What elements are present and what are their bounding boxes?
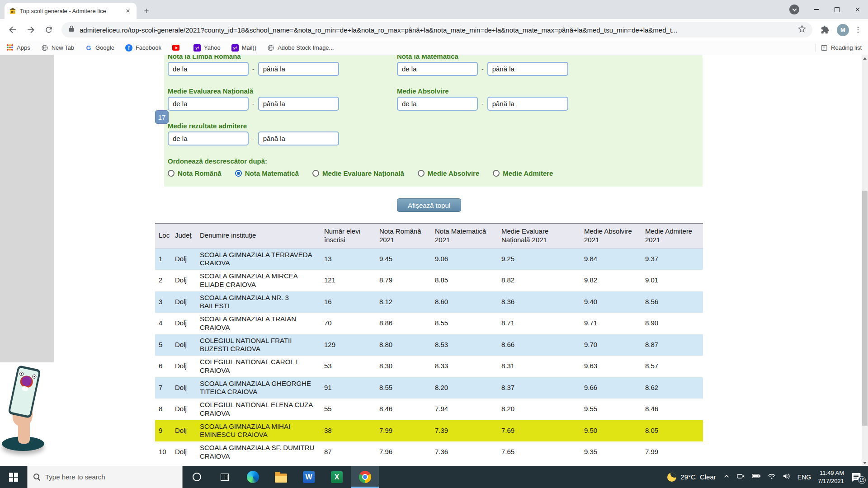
forward-icon[interactable] (22, 21, 40, 39)
edge-icon (247, 471, 259, 483)
col-denumire: Denumire instituție (196, 223, 321, 248)
back-icon[interactable] (4, 21, 22, 39)
medie-admitere-max-input[interactable] (258, 131, 339, 145)
excel-button[interactable]: X (323, 466, 351, 488)
taskbar-search[interactable]: Type here to search (27, 466, 183, 488)
medie-evaluare-max-input[interactable] (258, 97, 339, 111)
tab-search-icon[interactable] (789, 5, 799, 14)
word-icon: W (303, 471, 315, 483)
nota-romana-max-input[interactable] (258, 62, 339, 76)
wifi-icon[interactable] (768, 472, 776, 482)
file-explorer-button[interactable] (267, 466, 295, 488)
medie-absolvire-max-input[interactable] (487, 97, 568, 111)
sort-option-nota-romana[interactable]: Nota Română (168, 169, 222, 177)
profile-avatar[interactable]: M (837, 24, 849, 36)
tab-title: Top scoli generale - Admitere lice (20, 8, 120, 14)
filter-label-medie-admitere: Medie rezultate admitere (168, 122, 397, 130)
bookmark-facebook[interactable]: f Facebook (125, 44, 161, 52)
col-medie-evaluare: Medie Evaluare Națională 2021 (498, 223, 580, 248)
clock-time: 11:49 AM (818, 469, 844, 477)
nota-matematica-max-input[interactable] (487, 62, 568, 76)
chrome-button[interactable] (351, 466, 379, 488)
address-bar[interactable]: admitereliceu.ro/top-scoli-generale/2021… (61, 22, 812, 38)
meet-now-icon[interactable] (737, 472, 745, 482)
col-judet: Județ (171, 223, 196, 248)
weather-widget[interactable]: 29°C Clear (667, 473, 716, 482)
windows-logo-icon (9, 473, 18, 482)
filter-row-nota: Nota la Limba Română - Nota la Matematic… (168, 55, 699, 76)
col-nota-romana: Nota Română 2021 (376, 223, 431, 248)
filter-label-medie-absolvire: Medie Absolvire (397, 87, 626, 95)
tab-bar: Top scoli generale - Admitere lice (0, 0, 868, 19)
yahoo-icon: y! (193, 44, 201, 52)
page-scrollbar[interactable] (862, 55, 868, 466)
volume-icon[interactable] (783, 472, 791, 482)
extensions-puzzle-icon[interactable] (816, 21, 834, 39)
yahoo-mail-icon: y! (231, 44, 239, 52)
scroll-up-icon[interactable] (862, 55, 868, 61)
medie-admitere-min-input[interactable] (168, 131, 249, 145)
taskbar-clock[interactable]: 11:49 AM 7/17/2021 (818, 469, 844, 485)
word-button[interactable]: W (295, 466, 323, 488)
maximize-button[interactable] (826, 0, 847, 19)
table-row: 2DoljSCOALA GIMNAZIALA MIRCEA ELIADE CRA… (155, 270, 703, 291)
globe-icon (41, 44, 48, 52)
language-indicator[interactable]: ENG (797, 474, 811, 481)
bookmark-star-icon[interactable] (798, 25, 806, 35)
col-medie-admitere: Medie Admitere 2021 (642, 223, 703, 248)
scroll-down-icon[interactable] (862, 460, 868, 466)
cortana-button[interactable] (183, 466, 211, 488)
schools-table: Loc Județ Denumire instituție Număr elev… (155, 223, 703, 463)
moon-icon (667, 473, 676, 482)
col-loc: Loc (155, 223, 171, 248)
bookmark-new-tab[interactable]: New Tab (41, 44, 74, 52)
radio-icon (168, 170, 175, 177)
close-button[interactable] (847, 0, 868, 19)
medie-evaluare-min-input[interactable] (168, 97, 249, 111)
weather-temp: 29°C (680, 473, 696, 481)
task-view-icon (221, 474, 229, 481)
medie-absolvire-min-input[interactable] (397, 97, 478, 111)
nota-matematica-min-input[interactable] (397, 62, 478, 76)
reading-list-button[interactable]: Reading list (821, 44, 862, 52)
col-nota-matematica: Nota Matematică 2021 (431, 223, 498, 248)
bookmark-apps[interactable]: Apps (6, 44, 30, 52)
assistant-widget[interactable] (2, 366, 45, 456)
col-medie-absolvire: Medie Absolvire 2021 (580, 223, 642, 248)
bookmark-youtube[interactable] (172, 44, 183, 52)
file-explorer-icon (275, 474, 287, 483)
table-row: 3DoljSCOALA GIMNAZIALA NR. 3 BAILESTI168… (155, 291, 703, 313)
page-17-button[interactable]: 17 (155, 110, 169, 124)
start-button[interactable] (0, 466, 27, 488)
browser-tab[interactable]: Top scoli generale - Admitere lice (5, 3, 137, 19)
menu-kebab-icon[interactable] (852, 21, 864, 39)
bookmark-yahoo[interactable]: y! Yahoo (193, 44, 221, 52)
filter-panel: Nota la Limba Română - Nota la Matematic… (164, 55, 703, 187)
sort-option-medie-absolvire[interactable]: Medie Absolvire (418, 169, 479, 177)
show-top-button[interactable]: Afișează topul (397, 198, 461, 212)
task-view-button[interactable] (211, 466, 239, 488)
lock-icon[interactable] (68, 25, 75, 34)
taskbar: Type here to search W X 29°C Clear (0, 466, 868, 488)
edge-button[interactable] (239, 466, 267, 488)
table-row: 7DoljSCOALA GIMNAZIALA GHEORGHE TITEICA … (155, 377, 703, 399)
nota-romana-min-input[interactable] (168, 62, 249, 76)
notification-center-button[interactable]: 19 (851, 472, 863, 482)
battery-icon[interactable] (752, 472, 761, 483)
sort-option-nota-matematica[interactable]: Nota Matematică (235, 169, 299, 177)
google-icon: G (85, 44, 92, 52)
sort-option-medie-evaluare[interactable]: Medie Evaluare Națională (312, 169, 404, 177)
scrollbar-thumb[interactable] (862, 191, 868, 426)
new-tab-button[interactable] (140, 5, 153, 17)
search-placeholder: Type here to search (45, 473, 105, 481)
minimize-button[interactable] (806, 0, 826, 19)
bookmark-adobe-stock[interactable]: Adobe Stock Image... (267, 44, 334, 52)
tray-expand-icon[interactable] (723, 473, 730, 482)
bookmark-google[interactable]: G Google (85, 44, 114, 52)
reload-icon[interactable] (40, 21, 58, 39)
sort-option-medie-admitere[interactable]: Medie Admitere (493, 169, 553, 177)
table-row: 6DoljCOLEGIUL NATIONAL CAROL I CRAIOVA53… (155, 356, 703, 377)
bookmark-mail[interactable]: y! Mail() (231, 44, 257, 52)
facebook-icon: f (125, 44, 132, 52)
tab-close-icon[interactable] (124, 7, 132, 15)
